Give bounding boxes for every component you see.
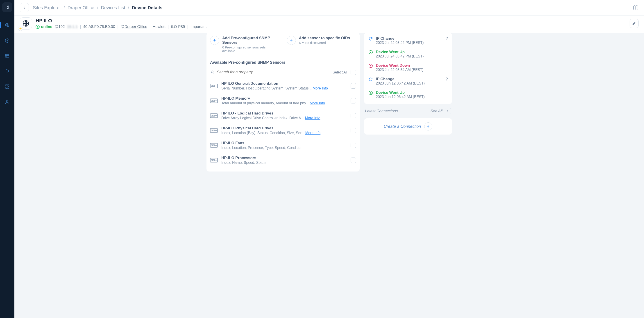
breadcrumb-item[interactable]: Draper Office bbox=[68, 5, 94, 10]
sensor-item: HP-ILO MemoryTotal amount of physical me… bbox=[210, 94, 356, 107]
timeline-title: Device Went Up bbox=[376, 50, 448, 54]
device-model: iLO-P89 bbox=[171, 25, 185, 29]
device-meta: online @192 16.1.1 | 40:A8:F0:75:B0:00 |… bbox=[36, 25, 207, 29]
status-text: online bbox=[41, 25, 52, 29]
timeline-title: IP Change bbox=[376, 36, 443, 41]
timeline-item: Device Went Up2023 Jun 12 06:42 AM (EEST… bbox=[367, 89, 449, 100]
sensor-name: HP-ILO Fans bbox=[221, 141, 347, 145]
plus-icon: + bbox=[210, 36, 219, 45]
timeline-date: 2023 Jul 24 03:42 PM (EEST) bbox=[376, 41, 443, 45]
help-icon[interactable]: ? bbox=[446, 77, 448, 82]
more-info-link[interactable]: More Info bbox=[310, 101, 325, 105]
power-badge-icon: ⚡ bbox=[18, 26, 23, 31]
docs-icon[interactable] bbox=[633, 5, 638, 11]
sensors-panel: + Add Pre-configured SNMP Sensors 6 Pre-… bbox=[206, 33, 360, 171]
edit-button[interactable] bbox=[630, 19, 638, 28]
sensor-checkbox[interactable] bbox=[350, 128, 356, 133]
sensor-icon bbox=[210, 98, 218, 104]
add-oid-card[interactable]: + Add sensor to specific OIDs 6 MIBs dis… bbox=[283, 33, 360, 56]
site-prefix: @ bbox=[121, 25, 124, 29]
app-logo[interactable] bbox=[2, 2, 12, 12]
breadcrumb-item[interactable]: Sites Explorer bbox=[33, 5, 61, 10]
event-change-icon bbox=[368, 36, 373, 41]
more-info-link[interactable]: More Info bbox=[305, 131, 321, 135]
help-icon[interactable]: ? bbox=[446, 36, 448, 41]
device-header: ⚡ HP ILO online @192 16.1.1 | 40:A8:F0:7… bbox=[14, 16, 644, 33]
breadcrumb-sep: / bbox=[97, 5, 98, 10]
sensor-description: Index, Location, Presence, Type, Speed, … bbox=[221, 146, 347, 150]
event-up-icon bbox=[368, 50, 373, 55]
add-preconfigured-card[interactable]: + Add Pre-configured SNMP Sensors 6 Pre-… bbox=[206, 33, 283, 56]
select-all-checkbox[interactable] bbox=[350, 70, 356, 75]
create-connection-card[interactable]: Create a Connection + bbox=[364, 118, 452, 135]
search-input[interactable] bbox=[217, 70, 329, 74]
device-name: HP ILO bbox=[36, 18, 207, 24]
see-all-button[interactable] bbox=[445, 108, 451, 114]
sensor-icon bbox=[210, 83, 218, 89]
svg-rect-13 bbox=[213, 115, 214, 116]
event-down-icon bbox=[368, 63, 373, 68]
sensor-icon bbox=[210, 128, 218, 133]
sensor-checkbox[interactable] bbox=[350, 143, 356, 148]
device-ip-prefix: @192 bbox=[54, 25, 65, 29]
device-site-link[interactable]: Draper Office bbox=[124, 25, 147, 29]
sensor-icon bbox=[210, 142, 218, 148]
connections-header: Latest Connections See All bbox=[364, 108, 452, 115]
svg-rect-18 bbox=[211, 145, 212, 146]
sensor-icon bbox=[210, 157, 218, 163]
svg-point-2 bbox=[6, 100, 8, 102]
back-button[interactable] bbox=[20, 3, 29, 12]
sensor-checkbox[interactable] bbox=[350, 98, 356, 103]
status-chip: online bbox=[36, 25, 52, 29]
event-up-icon bbox=[368, 90, 373, 95]
device-vendor: Hewlett bbox=[153, 25, 166, 29]
plus-icon: + bbox=[287, 36, 296, 45]
timeline-date: 2023 Jun 12 06:42 AM (EEST) bbox=[376, 81, 443, 85]
sensor-checkbox[interactable] bbox=[350, 113, 356, 118]
sensor-checkbox[interactable] bbox=[350, 83, 356, 89]
sensor-name: HP ILO - Logical Hard Drives bbox=[221, 111, 347, 116]
more-info-link[interactable]: More Info bbox=[312, 86, 328, 90]
svg-rect-21 bbox=[211, 160, 212, 161]
section-title: Available Pre-configured SNMP Sensors bbox=[206, 56, 360, 67]
timeline-panel: IP Change2023 Jul 24 03:42 PM (EEST)?Dev… bbox=[364, 33, 452, 104]
timeline-date: 2023 Jul 24 03:42 PM (EEST) bbox=[376, 54, 448, 58]
timeline-item: Device Went Up2023 Jul 24 03:42 PM (EEST… bbox=[367, 49, 449, 60]
timeline-title: IP Change bbox=[376, 77, 443, 81]
timeline-date: 2023 Jul 22 08:54 AM (EEST) bbox=[376, 68, 448, 72]
sensor-description: Total amount of physical memory, Amount … bbox=[221, 101, 347, 105]
timeline-title: Device Went Up bbox=[376, 90, 448, 95]
search-icon bbox=[210, 70, 214, 74]
sidebar bbox=[0, 0, 14, 318]
nav-globe-icon[interactable] bbox=[3, 21, 12, 30]
nav-card-icon[interactable] bbox=[3, 51, 12, 60]
sensor-item: HP-ILO FansIndex, Location, Presence, Ty… bbox=[210, 139, 356, 152]
sensor-item: HP ILO General/DocumentationSerial Numbe… bbox=[210, 80, 356, 92]
svg-point-4 bbox=[211, 71, 213, 73]
plus-icon: + bbox=[424, 122, 432, 131]
more-info-link[interactable]: More Info bbox=[305, 116, 320, 120]
svg-rect-15 bbox=[211, 130, 212, 131]
see-all-link[interactable]: See All bbox=[430, 109, 442, 113]
nav-bell-icon[interactable] bbox=[3, 67, 12, 76]
sensor-checkbox[interactable] bbox=[350, 158, 356, 163]
nav-cube-icon[interactable] bbox=[3, 36, 12, 45]
nav-user-icon[interactable] bbox=[3, 97, 12, 106]
breadcrumb-sep: / bbox=[64, 5, 65, 10]
create-connection-label: Create a Connection bbox=[384, 124, 421, 129]
breadcrumb-sep: / bbox=[128, 5, 129, 10]
sensor-item: HP ILO - Logical Hard DrivesDrive Array … bbox=[210, 109, 356, 122]
sensor-name: HP ILO General/Documentation bbox=[221, 81, 347, 86]
sensor-icon bbox=[210, 113, 218, 119]
svg-rect-1 bbox=[6, 55, 9, 58]
timeline-item: Device Went Down2023 Jul 22 08:54 AM (EE… bbox=[367, 62, 449, 73]
nav-plugin-icon[interactable] bbox=[3, 82, 12, 91]
svg-rect-16 bbox=[213, 130, 214, 131]
search-box bbox=[210, 69, 330, 76]
breadcrumb-item[interactable]: Devices List bbox=[101, 5, 125, 10]
svg-rect-9 bbox=[211, 100, 212, 101]
topbar: Sites Explorer / Draper Office / Devices… bbox=[14, 0, 644, 16]
sensor-name: HP-ILO Processors bbox=[221, 156, 347, 160]
action-title: Add Pre-configured SNMP Sensors bbox=[222, 36, 280, 45]
device-ip-masked: 16.1.1 bbox=[67, 25, 78, 29]
